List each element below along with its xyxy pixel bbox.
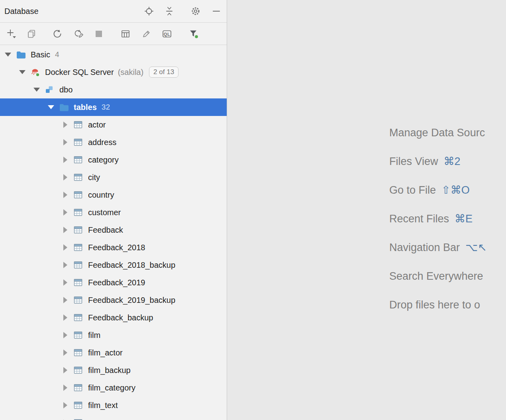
- tree-item-address[interactable]: address: [0, 133, 227, 151]
- tree-item-label: address: [88, 138, 116, 147]
- database-tree: Basic4Docker SQL Server(sakila)2 of 13db…: [0, 45, 227, 420]
- expand-arrow-icon[interactable]: [61, 227, 69, 233]
- expand-arrow-icon[interactable]: [61, 349, 69, 356]
- refresh-icon[interactable]: [51, 28, 63, 40]
- shortcut-hint-label: Go to File: [389, 184, 436, 196]
- query-console-icon[interactable]: QL: [161, 28, 173, 40]
- tree-item-actor[interactable]: actor: [0, 116, 227, 133]
- expand-arrow-icon[interactable]: [61, 174, 69, 181]
- new-icon[interactable]: [6, 28, 18, 40]
- expand-arrow-icon[interactable]: [61, 122, 69, 128]
- shortcut-hint-list: Manage Data SourcFiles View⌘2Go to File⇧…: [389, 118, 487, 319]
- stop-icon[interactable]: [93, 28, 105, 40]
- tool-window-title: Database: [0, 7, 39, 16]
- table-icon: [73, 137, 83, 147]
- shortcut-hint: Navigation Bar⌥↖: [389, 233, 487, 262]
- tree-item-film-text[interactable]: film_text: [0, 396, 227, 414]
- tree-item-city[interactable]: city: [0, 169, 227, 186]
- tree-item-film[interactable]: film: [0, 326, 227, 344]
- tree-item-label: Basic: [31, 50, 50, 59]
- locate-icon[interactable]: [143, 5, 155, 17]
- table-icon: [73, 347, 83, 358]
- tree-item-label: Feedback_2018_backup: [88, 261, 175, 270]
- collapse-all-icon[interactable]: [163, 5, 175, 17]
- expand-arrow-icon[interactable]: [61, 314, 69, 321]
- collapse-arrow-icon[interactable]: [47, 105, 55, 109]
- tree-item-basic[interactable]: Basic4: [0, 46, 227, 63]
- tree-item-label: country: [88, 190, 114, 200]
- hide-icon[interactable]: [210, 5, 222, 17]
- tree-item-film-category[interactable]: film_category: [0, 379, 227, 396]
- sync-ddl-icon[interactable]: [73, 28, 84, 40]
- tree-item-label: customer: [88, 208, 121, 217]
- folder-icon: [59, 102, 69, 112]
- tree-item-count: 4: [55, 50, 59, 59]
- expand-arrow-icon[interactable]: [61, 192, 69, 198]
- tree-item-suffix: (sakila): [118, 68, 143, 77]
- tree-item-label: Feedback_2018: [88, 243, 145, 252]
- tree-item-label: actor: [88, 120, 106, 130]
- data-view-icon[interactable]: [120, 28, 131, 40]
- tree-item-label: Feedback_2019: [88, 278, 145, 287]
- tree-item-label: film_text: [88, 401, 118, 410]
- expand-arrow-icon[interactable]: [61, 385, 69, 391]
- table-icon: [73, 277, 83, 288]
- table-icon: [73, 312, 83, 323]
- expand-arrow-icon[interactable]: [61, 332, 69, 338]
- settings-icon[interactable]: [190, 5, 202, 17]
- table-icon: [73, 260, 83, 270]
- shortcut-hint-label: Drop files here to o: [389, 299, 480, 311]
- shortcut-hint: Files View⌘2: [389, 147, 487, 176]
- tree-item-dbo[interactable]: dbo: [0, 81, 227, 98]
- tree-item-category[interactable]: category: [0, 151, 227, 169]
- tree-item-feedback-2019-backup[interactable]: Feedback_2019_backup: [0, 291, 227, 309]
- table-icon: [73, 172, 83, 183]
- expand-arrow-icon[interactable]: [61, 209, 69, 216]
- table-icon: [73, 190, 83, 200]
- collapse-arrow-icon[interactable]: [18, 70, 26, 74]
- tree-item-docker-sql-server[interactable]: Docker SQL Server(sakila)2 of 13: [0, 63, 227, 81]
- tree-item-label: Feedback: [88, 226, 123, 235]
- expand-arrow-icon[interactable]: [61, 244, 69, 251]
- shortcut-hint-keys: ⌥↖: [465, 241, 487, 254]
- duplicate-icon[interactable]: [25, 28, 37, 40]
- expand-arrow-icon[interactable]: [61, 297, 69, 303]
- tree-item-label: category: [88, 155, 119, 165]
- tree-item-tables[interactable]: tables32: [0, 98, 227, 116]
- schema-icon: [44, 84, 55, 95]
- tree-item-country[interactable]: country: [0, 186, 227, 204]
- tool-window-header: Database: [0, 0, 227, 23]
- database-toolbar: QL: [0, 23, 227, 45]
- expand-arrow-icon[interactable]: [61, 279, 69, 286]
- tree-item-customer[interactable]: customer: [0, 204, 227, 221]
- collapse-arrow-icon[interactable]: [4, 53, 12, 57]
- expand-arrow-icon[interactable]: [61, 367, 69, 373]
- shortcut-hint-label: Recent Files: [389, 213, 449, 225]
- shortcut-hint-label: Files View: [389, 155, 438, 168]
- database-tool-window: Database: [0, 0, 227, 420]
- expand-arrow-icon[interactable]: [61, 157, 69, 163]
- expand-arrow-icon[interactable]: [61, 402, 69, 408]
- introspection-badge: 2 of 13: [149, 67, 178, 78]
- editor-empty-state[interactable]: Manage Data SourcFiles View⌘2Go to File⇧…: [228, 0, 506, 420]
- filter-icon[interactable]: [188, 28, 200, 40]
- collapse-arrow-icon[interactable]: [33, 88, 41, 92]
- tree-item-feedback-2018[interactable]: Feedback_2018: [0, 239, 227, 256]
- expand-arrow-icon[interactable]: [61, 139, 69, 145]
- shortcut-hint: Recent Files⌘E: [389, 204, 487, 233]
- expand-arrow-icon[interactable]: [61, 262, 69, 268]
- table-icon: [73, 330, 83, 340]
- edit-icon[interactable]: [140, 28, 152, 40]
- tree-item-feedback-2019[interactable]: Feedback_2019: [0, 274, 227, 291]
- table-icon: [73, 418, 83, 420]
- shortcut-hint: Go to File⇧⌘O: [389, 176, 487, 204]
- tree-item-partial-21[interactable]: [0, 414, 227, 420]
- tree-item-feedback-backup[interactable]: Feedback_backup: [0, 309, 227, 326]
- folder-icon: [16, 49, 26, 60]
- tree-item-feedback[interactable]: Feedback: [0, 221, 227, 239]
- table-icon: [73, 225, 83, 235]
- tree-item-feedback-2018-backup[interactable]: Feedback_2018_backup: [0, 256, 227, 274]
- tree-item-film-backup[interactable]: film_backup: [0, 361, 227, 379]
- tree-item-film-actor[interactable]: film_actor: [0, 344, 227, 361]
- shortcut-hint: Manage Data Sourc: [389, 118, 487, 147]
